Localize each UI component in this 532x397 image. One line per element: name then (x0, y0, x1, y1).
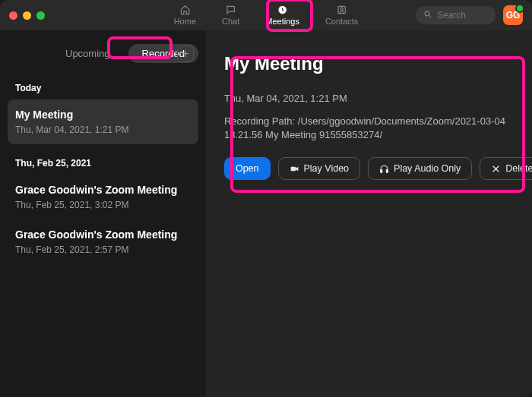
list-item[interactable]: Grace Goodwin's Zoom Meeting Thu, Feb 25… (8, 219, 198, 264)
list-item-title: Grace Goodwin's Zoom Meeting (15, 184, 191, 196)
detail-recording-path: Recording Path: /Users/ggoodwin/Document… (224, 115, 532, 142)
window-controls (9, 11, 45, 20)
nav-meetings-label: Meetings (265, 17, 299, 26)
section-header: Thu, Feb 25, 2021 (8, 144, 198, 175)
close-window-button[interactable] (9, 11, 17, 20)
tab-upcoming[interactable]: Upcoming (52, 44, 124, 63)
svg-point-2 (340, 8, 344, 11)
list-item-title: Grace Goodwin's Zoom Meeting (15, 228, 191, 241)
chat-icon (225, 5, 237, 15)
play-audio-button[interactable]: Play Audio Only (368, 157, 472, 180)
detail-panel: My Meeting Thu, Mar 04, 2021, 1:21 PM Re… (206, 30, 532, 397)
close-icon (491, 164, 501, 174)
list-item-title: My Meeting (15, 109, 191, 121)
minimize-window-button[interactable] (23, 11, 31, 20)
search-input[interactable] (437, 10, 490, 20)
path-label: Recording Path: (224, 115, 295, 127)
nav-contacts-label: Contacts (325, 17, 358, 26)
svg-rect-6 (386, 169, 388, 172)
nav-home[interactable]: Home (169, 3, 201, 27)
detail-datetime: Thu, Mar 04, 2021, 1:21 PM (224, 93, 532, 104)
list-item[interactable]: Grace Goodwin's Zoom Meeting Thu, Feb 25… (8, 175, 198, 219)
svg-point-3 (425, 11, 429, 16)
sidebar: Upcoming Recorded + Today My Meeting Thu… (0, 30, 206, 397)
open-label: Open (236, 163, 259, 174)
delete-label: Delete (505, 163, 532, 174)
list-item-date: Thu, Feb 25, 2021, 3:02 PM (15, 200, 191, 210)
svg-rect-5 (381, 169, 382, 172)
play-video-label: Play Video (304, 163, 350, 174)
nav-contacts[interactable]: Contacts (321, 3, 363, 27)
nav-meetings[interactable]: Meetings (261, 3, 304, 27)
list-item-date: Thu, Mar 04, 2021, 1:21 PM (15, 124, 191, 135)
detail-actions: Open Play Video Play Audio Only Delete (224, 157, 532, 180)
nav-home-label: Home (174, 17, 196, 26)
nav-chat[interactable]: Chat (217, 3, 244, 27)
clock-icon (277, 5, 289, 15)
avatar-initials: GG (506, 10, 521, 20)
svg-rect-4 (290, 167, 296, 171)
sidebar-tabs: Upcoming Recorded + (8, 38, 198, 69)
contacts-icon (336, 5, 348, 15)
fullscreen-window-button[interactable] (36, 11, 45, 20)
headphones-icon (379, 164, 389, 174)
nav-chat-label: Chat (222, 17, 239, 26)
play-audio-label: Play Audio Only (394, 163, 461, 174)
delete-button[interactable]: Delete (480, 157, 532, 180)
add-button[interactable]: + (177, 46, 194, 62)
video-icon (290, 164, 299, 174)
list-item[interactable]: My Meeting Thu, Mar 04, 2021, 1:21 PM (8, 99, 198, 144)
list-item-date: Thu, Feb 25, 2021, 2:57 PM (15, 244, 191, 255)
open-button[interactable]: Open (224, 157, 271, 180)
detail-title: My Meeting (224, 53, 532, 74)
home-icon (179, 5, 191, 15)
nav-tabs: Home Chat Meetings Contacts (169, 0, 363, 30)
titlebar: Home Chat Meetings Contacts GG (0, 0, 532, 30)
search-icon (423, 8, 432, 22)
search-box[interactable] (416, 6, 496, 24)
avatar[interactable]: GG (503, 5, 523, 25)
play-video-button[interactable]: Play Video (278, 157, 361, 180)
section-header: Today (8, 69, 198, 99)
